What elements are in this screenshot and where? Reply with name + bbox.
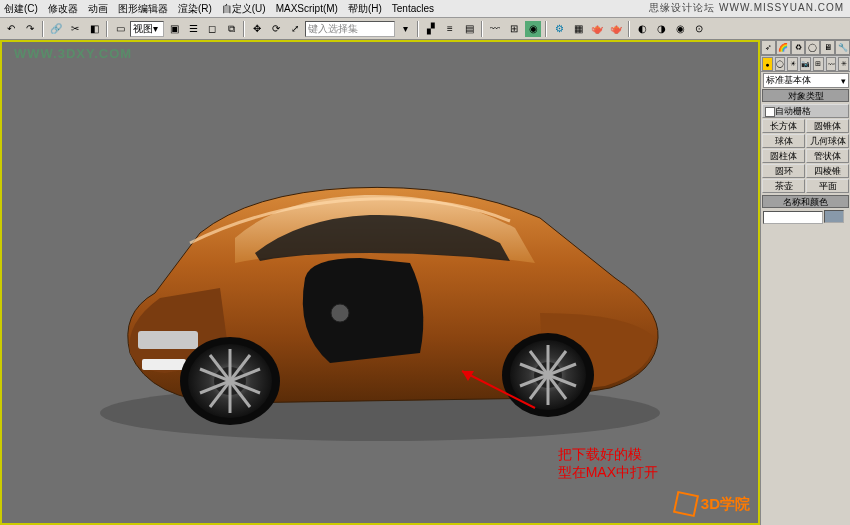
tab-display-icon[interactable]: 🖥 bbox=[820, 40, 835, 55]
subtab-helpers-icon[interactable]: ⊞ bbox=[813, 57, 824, 71]
watermark-bottom-right: 3D学院 bbox=[675, 493, 750, 515]
ref-coord-dropdown[interactable]: 视图▾ bbox=[130, 21, 164, 37]
menu-render[interactable]: 渲染(R) bbox=[178, 2, 212, 16]
material-editor-icon[interactable]: ◉ bbox=[524, 20, 542, 38]
select-object-icon[interactable]: ▣ bbox=[165, 20, 183, 38]
tab-hierarchy-icon[interactable]: ♻ bbox=[791, 40, 806, 55]
scale-icon[interactable]: ⤢ bbox=[286, 20, 304, 38]
chevron-down-icon: ▾ bbox=[841, 76, 846, 86]
menu-anim[interactable]: 动画 bbox=[88, 2, 108, 16]
geometry-type-dropdown[interactable]: 标准基本体▾ bbox=[763, 73, 849, 88]
subtab-lights-icon[interactable]: ☀ bbox=[787, 57, 798, 71]
object-color-swatch[interactable] bbox=[824, 210, 844, 223]
panel-category-tabs: ➶ 🌈 ♻ ◯ 🖥 🔧 bbox=[761, 40, 850, 56]
tab-modify-icon[interactable]: 🌈 bbox=[776, 40, 791, 55]
tab-create-icon[interactable]: ➶ bbox=[761, 40, 776, 55]
btn-pyramid[interactable]: 四棱锥 bbox=[806, 164, 849, 178]
btn-geosphere[interactable]: 几何球体 bbox=[806, 134, 849, 148]
viewport[interactable]: 把下载好的模 型在MAX中打开 bbox=[0, 40, 760, 525]
btn-tube[interactable]: 管状体 bbox=[806, 149, 849, 163]
menu-tentacles[interactable]: Tentacles bbox=[392, 3, 434, 14]
btn-plane[interactable]: 平面 bbox=[806, 179, 849, 193]
subtab-systems-icon[interactable]: ✳ bbox=[838, 57, 849, 71]
render-icon[interactable]: 🫖 bbox=[607, 20, 625, 38]
render-setup-icon[interactable]: ⚙ bbox=[550, 20, 568, 38]
mirror-icon[interactable]: ▞ bbox=[422, 20, 440, 38]
btn-teapot[interactable]: 茶壶 bbox=[762, 179, 805, 193]
unlink-icon[interactable]: ✂ bbox=[66, 20, 84, 38]
select-icon[interactable]: ▭ bbox=[111, 20, 129, 38]
create-subtabs: ● ◯ ☀ 📷 ⊞ 〰 ✳ bbox=[761, 56, 850, 72]
subtab-geometry-icon[interactable]: ● bbox=[762, 57, 773, 71]
tab-motion-icon[interactable]: ◯ bbox=[805, 40, 820, 55]
header-branding: 思缘设计论坛 WWW.MISSYUAN.COM bbox=[649, 1, 844, 15]
undo-icon[interactable]: ↶ bbox=[2, 20, 20, 38]
link-icon[interactable]: 🔗 bbox=[47, 20, 65, 38]
menu-graph[interactable]: 图形编辑器 bbox=[118, 2, 168, 16]
subtab-shapes-icon[interactable]: ◯ bbox=[775, 57, 786, 71]
window-crossing-icon[interactable]: ⧉ bbox=[222, 20, 240, 38]
subtab-cameras-icon[interactable]: 📷 bbox=[800, 57, 811, 71]
btn-sphere[interactable]: 球体 bbox=[762, 134, 805, 148]
object-name-input[interactable] bbox=[763, 211, 823, 224]
tab-utilities-icon[interactable]: 🔧 bbox=[835, 40, 850, 55]
curve-editor-icon[interactable]: 〰 bbox=[486, 20, 504, 38]
schematic-icon[interactable]: ⊞ bbox=[505, 20, 523, 38]
command-panel: ➶ 🌈 ♻ ◯ 🖥 🔧 ● ◯ ☀ 📷 ⊞ 〰 ✳ 标准基本体▾ 对象类型 自动… bbox=[760, 40, 850, 525]
xtra2-icon[interactable]: ◑ bbox=[652, 20, 670, 38]
svg-point-1 bbox=[331, 304, 349, 322]
menu-modifier[interactable]: 修改器 bbox=[48, 2, 78, 16]
quick-render-icon[interactable]: 🫖 bbox=[588, 20, 606, 38]
move-icon[interactable]: ✥ bbox=[248, 20, 266, 38]
xtra1-icon[interactable]: ◐ bbox=[633, 20, 651, 38]
align-icon[interactable]: ≡ bbox=[441, 20, 459, 38]
btn-torus[interactable]: 圆环 bbox=[762, 164, 805, 178]
menu-help[interactable]: 帮助(H) bbox=[348, 2, 382, 16]
svg-rect-2 bbox=[138, 331, 198, 349]
render-frame-icon[interactable]: ▦ bbox=[569, 20, 587, 38]
autogrid-checkbox[interactable]: 自动栅格 bbox=[762, 104, 849, 118]
menu-create[interactable]: 创建(C) bbox=[4, 2, 38, 16]
svg-rect-3 bbox=[142, 359, 186, 370]
car-model bbox=[70, 103, 690, 463]
btn-box[interactable]: 长方体 bbox=[762, 119, 805, 133]
rollout-name-color[interactable]: 名称和颜色 bbox=[762, 195, 849, 208]
selection-set-dropdown[interactable]: 键入选择集 bbox=[305, 21, 395, 37]
menu-custom[interactable]: 自定义(U) bbox=[222, 2, 266, 16]
layers-icon[interactable]: ▤ bbox=[460, 20, 478, 38]
redo-icon[interactable]: ↷ bbox=[21, 20, 39, 38]
main-toolbar: ↶ ↷ 🔗 ✂ ◧ ▭ 视图▾ ▣ ☰ ◻ ⧉ ✥ ⟳ ⤢ 键入选择集 ▾ ▞ … bbox=[0, 18, 850, 40]
btn-cone[interactable]: 圆锥体 bbox=[806, 119, 849, 133]
select-name-icon[interactable]: ☰ bbox=[184, 20, 202, 38]
xtra4-icon[interactable]: ⊙ bbox=[690, 20, 708, 38]
dropdown-chevron-icon[interactable]: ▾ bbox=[396, 20, 414, 38]
rotate-icon[interactable]: ⟳ bbox=[267, 20, 285, 38]
btn-cylinder[interactable]: 圆柱体 bbox=[762, 149, 805, 163]
watermark-left: WWW.3DXY.COM bbox=[14, 46, 132, 61]
subtab-spacewarps-icon[interactable]: 〰 bbox=[826, 57, 837, 71]
select-region-icon[interactable]: ◻ bbox=[203, 20, 221, 38]
menu-maxscript[interactable]: MAXScript(M) bbox=[276, 3, 338, 14]
rollout-object-type[interactable]: 对象类型 bbox=[762, 89, 849, 102]
xtra3-icon[interactable]: ◉ bbox=[671, 20, 689, 38]
bind-icon[interactable]: ◧ bbox=[85, 20, 103, 38]
cube-icon bbox=[673, 491, 699, 517]
